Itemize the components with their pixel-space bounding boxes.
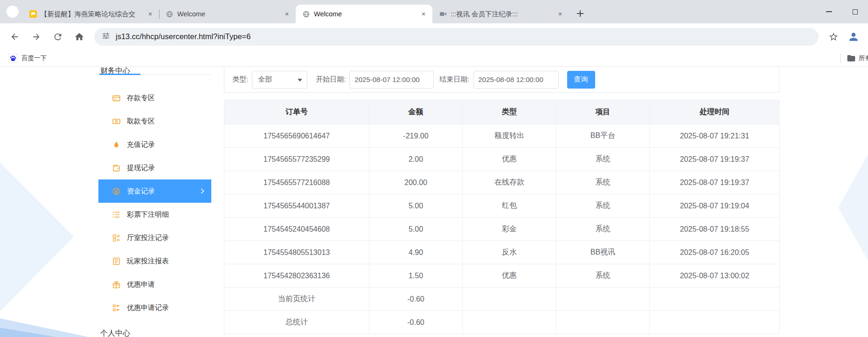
tab-title: Welcome: [314, 10, 416, 18]
sidebar-item-label: 提现记录: [127, 164, 155, 172]
reload-button[interactable]: [49, 28, 67, 46]
table-cell: 2025-08-07 19:21:31: [650, 124, 780, 148]
table-cell: 系统: [556, 148, 650, 171]
end-date-input[interactable]: [473, 71, 559, 89]
table-row: 17545452404546085.00彩金系统2025-08-07 19:18…: [224, 218, 780, 241]
tab-close-button[interactable]: [283, 10, 291, 18]
sidebar-item[interactable]: 存款专区: [98, 86, 211, 110]
sidebar-item-label: 资金记录: [127, 187, 155, 196]
filter-bar: 类型: 全部 开始日期: 结束日期: 查询: [224, 67, 779, 93]
table-header-row: 订单号金额类型项目处理时间: [224, 100, 780, 124]
table-cell: 系统: [556, 218, 650, 241]
sidebar-item[interactable]: 资金记录: [98, 179, 211, 203]
sidebar-item-label: 取款专区: [127, 117, 155, 126]
table-cell: -0.60: [369, 311, 463, 334]
home-button[interactable]: [70, 28, 89, 46]
sidebar-section-personal[interactable]: 个人中心: [98, 329, 211, 337]
url-bar[interactable]: js13.cc/hhcp/usercenter.html?iniType=6: [94, 28, 819, 46]
browser-window: 【新提醒】海燕策略论坛综合交WelcomeWelcome:::视讯 会员下注纪录…: [0, 0, 868, 337]
globe-favicon: [302, 10, 310, 18]
query-button[interactable]: 查询: [567, 71, 595, 89]
sidebar-item-label: 存款专区: [127, 94, 155, 103]
player-report-icon: [112, 257, 120, 265]
person-icon: [847, 31, 860, 43]
table-cell: 红包: [463, 194, 556, 218]
bookmark-baidu[interactable]: 百度一下: [8, 54, 47, 63]
maximize-button[interactable]: [842, 0, 868, 23]
table-cell: 当前页统计: [224, 288, 369, 311]
lottery-detail-icon: [112, 211, 120, 219]
decorative-triangle-bottom-left-dark: [0, 328, 56, 337]
sidebar-item[interactable]: 彩票下注明细: [98, 203, 211, 226]
site-settings-icon[interactable]: [102, 32, 110, 42]
tab-close-button[interactable]: [556, 10, 564, 18]
table-cell: [556, 288, 650, 311]
sidebar-item[interactable]: 提现记录: [98, 156, 211, 179]
table-cell: 1754545240454608: [224, 218, 369, 241]
table-row: 17545548055130134.90反水BB视讯2025-08-07 16:…: [224, 241, 780, 264]
deposit-icon: [112, 94, 120, 102]
page-content: 财务中心 存款专区取款专区充值记录提现记录资金记录彩票下注明细厅室投注记录玩家投…: [0, 67, 868, 337]
sidebar-item-label: 厅室投注记录: [127, 234, 169, 242]
table-cell: [650, 311, 780, 334]
browser-tab-bar: 【新提醒】海燕策略论坛综合交WelcomeWelcome:::视讯 会员下注纪录…: [0, 0, 868, 23]
sidebar-tab-underline: [98, 74, 211, 75]
table-row: 17545655440013875.00红包系统2025-08-07 19:19…: [224, 194, 780, 218]
sidebar-section-finance[interactable]: 财务中心: [98, 67, 211, 74]
sidebar-item-label: 优惠申请: [127, 280, 155, 289]
column-header: 项目: [556, 100, 650, 124]
main-panel: 类型: 全部 开始日期: 结束日期: 查询 订单号金额类型项目处理时间: [224, 67, 779, 334]
decorative-triangle-left: [0, 162, 74, 311]
table-cell: 1754542802363136: [224, 264, 369, 288]
sidebar-item[interactable]: 玩家投注报表: [98, 249, 211, 273]
table-cell: 系统: [556, 171, 650, 194]
sidebar-item-label: 充值记录: [127, 140, 155, 149]
tab-search-button[interactable]: [7, 6, 19, 18]
table-cell: 总统计: [224, 311, 369, 334]
decorative-triangle-bottom-left: [0, 318, 89, 337]
table-cell: -0.60: [369, 288, 463, 311]
new-tab-button[interactable]: [574, 7, 587, 20]
sidebar-item-label: 优惠申请记录: [127, 303, 169, 312]
all-bookmarks-button[interactable]: 所有书签: [847, 54, 868, 63]
table-cell: 1754565544001387: [224, 194, 369, 218]
video-favicon: [439, 10, 447, 18]
browser-tab[interactable]: 【新提醒】海燕策略论坛综合交: [22, 5, 159, 23]
hall-bet-icon: [112, 234, 120, 242]
table-cell: 1754565690614647: [224, 124, 369, 148]
table-cell: 2025-08-07 19:19:37: [650, 148, 780, 171]
column-header: 订单号: [224, 100, 369, 124]
sidebar: 财务中心 存款专区取款专区充值记录提现记录资金记录彩票下注明细厅室投注记录玩家投…: [98, 67, 211, 337]
profile-avatar[interactable]: [846, 29, 861, 45]
browser-tab[interactable]: Welcome: [296, 5, 432, 23]
tab-close-button[interactable]: [146, 10, 154, 18]
bookmarks-bar: 百度一下 所有书签: [0, 50, 868, 67]
type-select[interactable]: 全部: [252, 71, 307, 89]
table-cell: 1754565577235299: [224, 148, 369, 171]
sidebar-item[interactable]: 优惠申请: [98, 273, 211, 296]
back-button[interactable]: [6, 28, 24, 46]
tab-close-button[interactable]: [419, 10, 428, 18]
column-header: 类型: [463, 100, 556, 124]
minimize-button[interactable]: [816, 0, 842, 23]
table-row: 1754565690614647-219.00额度转出BB平台2025-08-0…: [224, 124, 780, 148]
sidebar-item[interactable]: 厅室投注记录: [98, 226, 211, 249]
browser-tab[interactable]: :::视讯 会员下注纪录:::: [432, 5, 569, 23]
type-select-value: 全部: [258, 75, 272, 84]
bookmark-star-button[interactable]: [824, 28, 843, 46]
all-bookmarks-label: 所有书签: [859, 54, 868, 62]
end-date-label: 结束日期:: [439, 75, 469, 84]
promo-apply-icon: [112, 281, 120, 289]
sidebar-item[interactable]: 优惠申请记录: [98, 296, 211, 319]
records-table-wrap: 订单号金额类型项目处理时间 1754565690614647-219.00额度转…: [224, 100, 779, 334]
table-cell: 2.00: [369, 148, 463, 171]
sidebar-item[interactable]: 充值记录: [98, 133, 211, 156]
forward-button[interactable]: [27, 28, 46, 46]
withdraw-record-icon: [112, 164, 120, 172]
sidebar-item-label: 彩票下注明细: [127, 210, 169, 219]
forward-arrow-icon: [31, 32, 42, 42]
start-date-input[interactable]: [349, 71, 434, 89]
browser-tab[interactable]: Welcome: [159, 5, 296, 23]
sidebar-item[interactable]: 取款专区: [98, 110, 211, 133]
table-row: 1754565577216088200.00在线存款系统2025-08-07 1…: [224, 171, 780, 194]
